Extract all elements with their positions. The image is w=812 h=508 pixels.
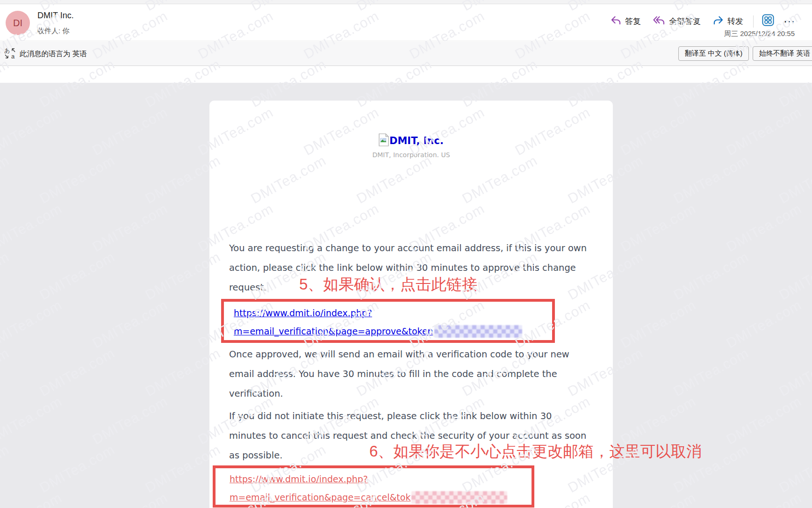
approve-link-line2[interactable]: m=email_verification&page=approve&token — [234, 322, 552, 341]
reply-icon — [611, 15, 621, 28]
more-options-button[interactable]: ⋯ — [781, 17, 798, 26]
language-notice: 此消息的语言为 英语 — [20, 49, 87, 59]
broken-image-icon — [379, 133, 389, 148]
reply-label: 答复 — [625, 16, 641, 27]
paragraph-line: If you did not initiate this request, pl… — [229, 406, 596, 426]
annotation-step6: 6、如果你是不小心点击更改邮箱，这里可以取消 — [369, 443, 702, 459]
cancel-link-line1[interactable]: https://www.dmit.io/index.php? — [230, 470, 532, 488]
translate-icon: あ a — [4, 47, 17, 61]
forward-label: 转发 — [727, 16, 743, 27]
translate-to-chinese-button[interactable]: 翻译至 中文 (简体) — [678, 46, 749, 61]
company-logo-alt-text: DMIT, Inc. — [389, 135, 444, 146]
action-divider — [753, 15, 754, 28]
svg-text:あ: あ — [4, 47, 10, 54]
reply-all-label: 全部答复 — [669, 16, 701, 27]
translate-bar: あ a 此消息的语言为 英语 翻译至 中文 (简体) 始终不翻译 英语 — [0, 42, 812, 66]
redacted-token-mosaic — [434, 325, 522, 338]
sender-name: DMIT Inc. — [37, 11, 74, 21]
apps-button[interactable] — [759, 13, 777, 30]
avatar[interactable]: DI — [6, 11, 30, 35]
email-reading-pane: { "window": { "watermark": "DMITea.com" … — [0, 0, 812, 508]
svg-text:a: a — [11, 53, 15, 59]
forward-icon — [713, 15, 724, 28]
message-action-bar: 答复 全部答复 转发 — [606, 13, 798, 30]
window-top-strip — [0, 0, 812, 4]
paragraph-line: You are requesting a change to your acco… — [229, 239, 596, 258]
forward-button[interactable]: 转发 — [709, 13, 747, 30]
cancel-link-line2[interactable]: m=email_verification&page=cancel&tok — [230, 488, 532, 507]
paragraph-line: action, please click the link below with… — [229, 258, 596, 278]
reply-all-button[interactable]: 全部答复 — [649, 13, 705, 30]
never-translate-button[interactable]: 始终不翻译 英语 — [753, 46, 812, 61]
paragraph-once-approved: Once approved, we will send an email wit… — [229, 345, 596, 404]
message-date: 周三 2025/12/24 20:55 — [724, 29, 795, 38]
annotation-step5: 5、如果确认，点击此链接 — [299, 276, 477, 292]
grid-squares-icon — [762, 14, 774, 29]
paragraph-line: Once approved, we will send an email wit… — [229, 345, 596, 364]
recipient-line[interactable]: 收件人: 你 — [37, 27, 69, 36]
company-line: DMIT, Incorporation. US — [209, 151, 613, 159]
redacted-token-mosaic — [411, 491, 507, 504]
paragraph-line: verification. — [229, 384, 596, 404]
cancel-link-text: m=email_verification&page=cancel&tok — [230, 492, 410, 502]
company-logo-link[interactable]: DMIT, Inc. — [209, 133, 613, 148]
paragraph-line: email address. You have 30 minutes to fi… — [229, 364, 596, 384]
approve-link-highlight-box: https://www.dmit.io/index.php? m=email_v… — [221, 299, 555, 343]
approve-link-text: m=email_verification&page=approve&token — [234, 326, 433, 336]
approve-link-line1[interactable]: https://www.dmit.io/index.php? — [234, 304, 552, 322]
cancel-link-text: https://www.dmit.io/index.php? — [230, 474, 368, 484]
message-header: DI DMIT Inc. 收件人: 你 答复 全部答复 — [0, 5, 812, 41]
ellipsis-icon: ⋯ — [783, 18, 795, 25]
cancel-link-highlight-box: https://www.dmit.io/index.php? m=email_v… — [213, 465, 534, 508]
approve-link-text: https://www.dmit.io/index.php? — [234, 308, 372, 318]
reply-button[interactable]: 答复 — [606, 13, 645, 30]
reply-all-icon — [653, 15, 665, 28]
